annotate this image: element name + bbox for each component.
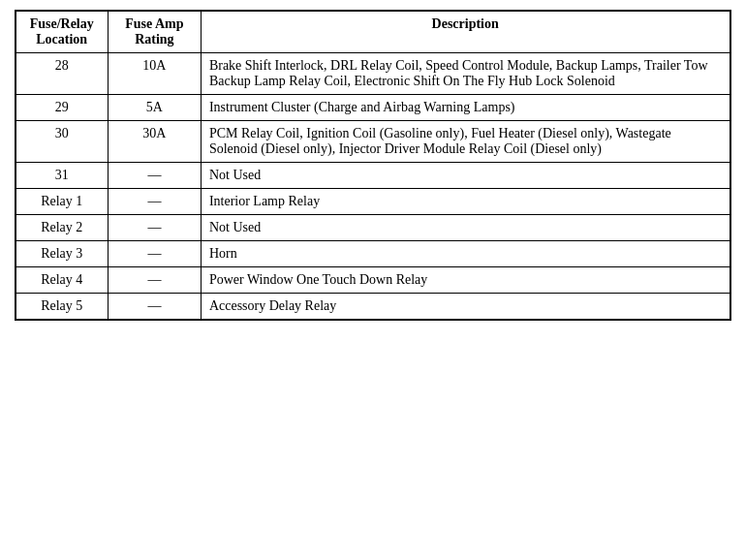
table-row: Relay 3—Horn — [16, 241, 730, 267]
cell-description: Accessory Delay Relay — [201, 294, 729, 321]
table-row: Relay 4—Power Window One Touch Down Rela… — [16, 267, 730, 294]
cell-amp: 30A — [108, 121, 201, 163]
cell-location: 31 — [16, 163, 109, 189]
table-row: Relay 1—Interior Lamp Relay — [16, 189, 730, 215]
table-row: Relay 2—Not Used — [16, 215, 730, 241]
cell-location: Relay 4 — [16, 267, 109, 294]
cell-location: Relay 3 — [16, 241, 109, 267]
table-row: Relay 5—Accessory Delay Relay — [16, 294, 730, 321]
table-header-row: Fuse/Relay Location Fuse Amp Rating Desc… — [16, 11, 730, 53]
cell-amp: — — [108, 189, 201, 215]
fuse-relay-table-container: Fuse/Relay Location Fuse Amp Rating Desc… — [15, 10, 731, 321]
cell-description: Horn — [201, 241, 729, 267]
table-row: 2810ABrake Shift Interlock, DRL Relay Co… — [16, 53, 730, 95]
cell-amp: — — [108, 294, 201, 321]
cell-amp: 5A — [108, 95, 201, 121]
cell-description: PCM Relay Coil, Ignition Coil (Gasoline … — [201, 121, 729, 163]
table-row: 295AInstrument Cluster (Charge and Airba… — [16, 95, 730, 121]
cell-amp: — — [108, 163, 201, 189]
table-row: 31—Not Used — [16, 163, 730, 189]
cell-amp: — — [108, 241, 201, 267]
cell-amp: 10A — [108, 53, 201, 95]
cell-description: Not Used — [201, 215, 729, 241]
cell-location: Relay 2 — [16, 215, 109, 241]
table-row: 3030APCM Relay Coil, Ignition Coil (Gaso… — [16, 121, 730, 163]
cell-amp: — — [108, 215, 201, 241]
cell-location: Relay 1 — [16, 189, 109, 215]
header-location: Fuse/Relay Location — [16, 11, 109, 53]
header-amp-rating: Fuse Amp Rating — [108, 11, 201, 53]
cell-description: Power Window One Touch Down Relay — [201, 267, 729, 294]
fuse-relay-table: Fuse/Relay Location Fuse Amp Rating Desc… — [15, 10, 731, 321]
cell-description: Interior Lamp Relay — [201, 189, 729, 215]
cell-description: Brake Shift Interlock, DRL Relay Coil, S… — [201, 53, 729, 95]
header-description: Description — [201, 11, 729, 53]
cell-description: Instrument Cluster (Charge and Airbag Wa… — [201, 95, 729, 121]
cell-location: Relay 5 — [16, 294, 109, 321]
cell-location: 28 — [16, 53, 109, 95]
cell-description: Not Used — [201, 163, 729, 189]
cell-amp: — — [108, 267, 201, 294]
cell-location: 30 — [16, 121, 109, 163]
cell-location: 29 — [16, 95, 109, 121]
